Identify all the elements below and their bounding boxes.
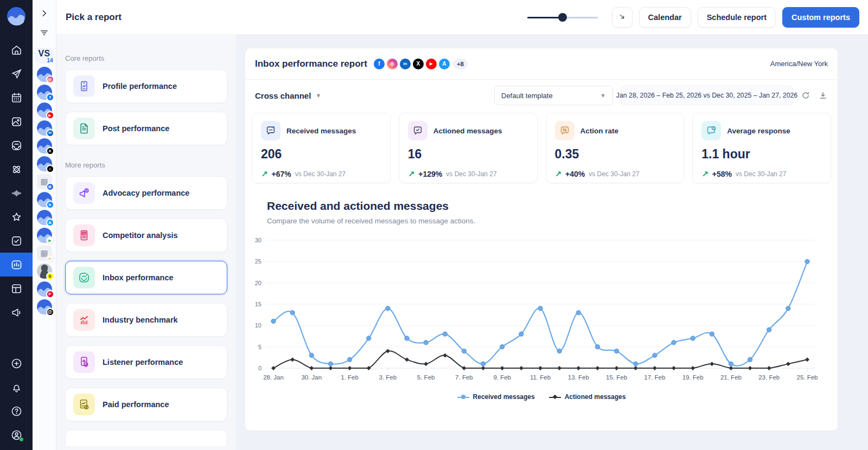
profile-avatar-googleplay[interactable]: ▶	[37, 228, 52, 243]
profile-avatar-snapchat[interactable]: S	[37, 263, 52, 279]
channel-filter-dropdown[interactable]: Cross channel ▼	[255, 91, 321, 100]
profile-avatar-x[interactable]: X	[37, 138, 52, 153]
facebook-icon[interactable]: f	[374, 59, 385, 69]
brand-logo-icon	[7, 7, 26, 26]
report-item-competitor[interactable]: Competitor analysis	[65, 218, 227, 252]
googleplay-icon: ▶	[46, 236, 54, 245]
report-item-label: Industry benchmark	[103, 316, 178, 324]
svg-text:13. Feb: 13. Feb	[568, 374, 589, 381]
report-item-industry[interactable]: Industry benchmark	[65, 303, 227, 337]
download-icon[interactable]	[818, 91, 828, 100]
metric-card-actioned: Actioned messages 16 ↗ +129% vs Dec 30-J…	[399, 113, 538, 183]
youtube-icon: ▶	[46, 111, 54, 119]
sidebar-item-notifications[interactable]	[0, 375, 33, 399]
profile-avatar-pinterest[interactable]: P	[37, 281, 52, 297]
report-item-label: Competitor analysis	[103, 231, 178, 240]
svg-text:5. Feb: 5. Feb	[417, 374, 435, 381]
profile-avatar-facebook[interactable]: f	[37, 85, 52, 100]
main-content: Inbox performance report f⊙inX▶A +8 Amer…	[236, 35, 868, 450]
trend-up-icon: ↗	[555, 169, 562, 179]
bar-chart-icon	[10, 259, 23, 271]
report-title: Inbox performance report	[255, 59, 367, 69]
sidebar-item-home[interactable]	[0, 38, 33, 62]
sidebar-item-voice[interactable]	[0, 181, 33, 205]
schedule-report-button[interactable]: Schedule report	[698, 7, 776, 28]
metric-value: 206	[261, 147, 381, 162]
legend-item[interactable]: Received messages	[457, 393, 535, 401]
business-icon: B	[46, 183, 54, 191]
sidebar-item-listening[interactable]	[0, 157, 33, 181]
section-label: More reports	[65, 161, 227, 169]
inbox-performance-report-card: Inbox performance report f⊙inX▶A +8 Amer…	[245, 48, 838, 431]
zoom-slider[interactable]	[527, 12, 598, 23]
metric-label: Actioned messages	[433, 127, 502, 135]
sidebar-item-calendar[interactable]	[0, 86, 33, 110]
sidebar-item-account[interactable]	[0, 423, 33, 447]
page-title: Pick a report	[66, 12, 122, 23]
slider-thumb[interactable]	[558, 13, 567, 22]
custom-reports-button[interactable]: Custom reports	[782, 7, 859, 28]
calendar-button[interactable]: Calendar	[639, 7, 691, 28]
profile-avatar-tiktok[interactable]: ♪	[37, 156, 52, 171]
report-item-label: Inbox performance	[103, 273, 174, 282]
metric-card-action-rate: Action rate 0.35 ↗ +40% vs Dec 30-Jan 27	[546, 113, 685, 183]
post-report-icon	[73, 118, 95, 139]
template-select[interactable]: Default template ▼	[494, 86, 613, 105]
x-icon[interactable]: X	[413, 59, 424, 69]
profile-avatar-threads[interactable]: @	[37, 299, 52, 314]
sidebar-item-reports[interactable]	[0, 253, 33, 277]
avg-response-metric-icon	[701, 121, 721, 140]
instagram-icon[interactable]: ⊙	[387, 59, 398, 69]
svg-text:11. Feb: 11. Feb	[530, 374, 551, 381]
linkedin-icon[interactable]: in	[400, 59, 411, 69]
metric-value: 16	[408, 147, 528, 162]
analytics-icon: ılı	[46, 254, 54, 262]
profile-avatar-linkedin[interactable]: in	[37, 120, 52, 136]
sidebar-item-publish[interactable]	[0, 62, 33, 86]
refresh-icon[interactable]	[801, 91, 810, 100]
vista-social-logo[interactable]	[7, 7, 26, 28]
report-item-profile[interactable]: Profile performance	[65, 69, 227, 103]
report-item-advocacy[interactable]: Advocacy performance	[65, 176, 227, 210]
appstore-icon: A	[46, 218, 54, 227]
collapse-chevron-icon[interactable]	[38, 7, 51, 20]
legend-item[interactable]: Actioned messages	[549, 393, 626, 401]
report-item-label: Post performance	[103, 124, 169, 133]
profile-avatar-business[interactable]: ▦B	[37, 174, 52, 189]
received-metric-icon	[261, 121, 280, 140]
report-item-paid[interactable]: Paid performance	[65, 388, 227, 421]
appstore-icon[interactable]: A	[439, 59, 450, 69]
sidebar-item-inbox[interactable]	[0, 133, 33, 157]
sidebar-item-tasks[interactable]	[0, 229, 33, 253]
date-range-picker[interactable]: Jan 28, 2026 – Feb 25, 2026 vs Dec 30, 2…	[621, 86, 793, 105]
profile-avatar-appstore[interactable]: A	[37, 210, 52, 225]
profile-avatar-youtube[interactable]: ▶	[37, 102, 52, 118]
report-item-listener[interactable]: Listener performance	[65, 345, 227, 379]
sidebar-item-favorites[interactable]	[0, 205, 33, 229]
sidebar-item-help[interactable]	[0, 399, 33, 423]
trend-up-icon: ↗	[261, 169, 268, 179]
inbox-tray-icon	[10, 139, 23, 152]
metric-value: 0.35	[555, 147, 675, 162]
workspace-chip[interactable]: VS 14	[35, 48, 54, 63]
report-item-partial[interactable]	[65, 430, 227, 446]
profile-avatar-bluesky[interactable]: b	[37, 192, 52, 207]
sidebar-item-boards[interactable]	[0, 277, 33, 300]
sidebar-item-media[interactable]	[0, 110, 33, 133]
report-item-inbox[interactable]: Inbox performance	[65, 261, 227, 294]
profile-avatar-instagram[interactable]: ⊙	[37, 67, 52, 82]
report-item-post[interactable]: Post performance	[65, 112, 227, 145]
more-networks-pill[interactable]: +8	[453, 59, 468, 69]
profile-report-icon	[73, 75, 95, 97]
expand-button[interactable]	[612, 7, 633, 28]
sidebar-item-add[interactable]	[0, 351, 33, 375]
profile-avatar-analytics[interactable]: ▦ılı	[37, 246, 52, 261]
sidebar-item-announce[interactable]	[0, 300, 33, 324]
filter-icon[interactable]	[38, 26, 51, 39]
pick-a-report-panel: Core reports Profile performance Post pe…	[56, 35, 236, 450]
youtube-icon[interactable]: ▶	[426, 59, 437, 69]
metric-card-received: Received messages 206 ↗ +67% vs Dec 30-J…	[252, 113, 391, 183]
workspace-initials: VS	[39, 49, 50, 58]
metric-delta: +129%	[418, 170, 442, 178]
listener-report-icon	[73, 351, 95, 373]
